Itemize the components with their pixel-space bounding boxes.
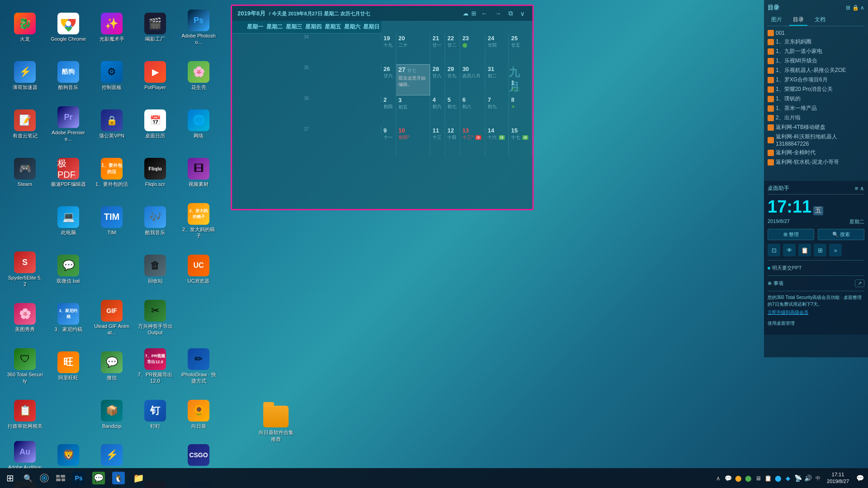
action-search-btn[interactable]: 🔍 搜索 (818, 229, 864, 240)
cal-cell-w36-mon[interactable]: 2初四 (381, 95, 396, 126)
cal-cell-w37-sun[interactable]: 15十七 休 (509, 126, 532, 156)
tray-monitor[interactable]: 🖥 (754, 468, 763, 488)
tray-wifi[interactable]: 📡 (793, 468, 802, 488)
icon-pr2[interactable]: 7、PR视频导出12.0 7、PR视频导出12.0 (134, 342, 176, 390)
file-item-fanli2[interactable]: 返利网-科沃斯扫地机器人13188847226 (768, 132, 864, 148)
promo-upgrade-link[interactable]: 立即升级到高级会员 (768, 309, 864, 316)
quick-grid-icon[interactable]: ⊞ (814, 244, 826, 256)
cal-cell-w36-fri[interactable]: 6初八 (460, 95, 485, 126)
cal-cell-w36-sat[interactable]: 7初九 (485, 95, 509, 126)
file-item-jd[interactable]: 1、京东妈妈圈 (768, 37, 864, 47)
cal-cell-w36-sun[interactable]: 8★ (509, 95, 532, 126)
icon-tim[interactable]: TIM TIM (90, 197, 133, 245)
icon-bandizip[interactable]: 📦 Bandizip (90, 391, 133, 438)
icon-net[interactable]: 🌐 网络 (177, 100, 220, 148)
taskbar-app-ps[interactable]: Ps (69, 468, 89, 488)
icon-vpn[interactable]: 🔒 蒲公英VPN (90, 100, 133, 148)
cal-cell-w36-tue[interactable]: 3初五 (396, 95, 430, 126)
icon-fliqlo[interactable]: Fliqlo Fliqlo.scr (134, 149, 176, 196)
cal-cell-w34-tue[interactable]: 20二十 (396, 33, 430, 64)
icon-ali[interactable]: 旺 阿里旺旺 (47, 342, 90, 390)
cal-cell-w36-thu[interactable]: 5初七 (445, 95, 460, 126)
cal-cell-w35-tue-today[interactable]: 27 廿七 双击这里开始编辑。 (396, 64, 430, 95)
file-item-fanli4[interactable]: 返利网-软水机-泥龙小哥哥 (768, 157, 864, 167)
cal-cloud-icon[interactable]: ☁ (463, 10, 469, 17)
tray-diamond[interactable]: ◆ (783, 468, 792, 488)
quick-screen-icon[interactable]: ⊡ (768, 244, 780, 256)
icon-spyder[interactable]: S Spyder5Elite 5.2 (4, 246, 46, 293)
icon-pdf[interactable]: 极PDF 极速PDF编辑器 (47, 149, 90, 196)
quick-arrow-icon[interactable]: » (829, 244, 842, 256)
file-item-chu[interactable]: 2、出片啦 (768, 113, 864, 123)
icon-kugou[interactable]: 酷狗 酷狗音乐 (47, 52, 90, 99)
file-item-001[interactable]: 001 (768, 29, 864, 37)
tray-volume[interactable]: 🔊 (803, 468, 812, 488)
tray-input[interactable]: 中 (813, 468, 822, 488)
file-item-honor[interactable]: 1、荣耀20 Pro消音公关 (768, 85, 864, 94)
cal-prev-btn[interactable]: ← (479, 9, 490, 18)
taskbar-search-button[interactable]: 🔍 (20, 468, 36, 488)
icon-magic[interactable]: ✨ 光影魔术手 (90, 4, 133, 51)
tray-circle2[interactable]: ⬤ (744, 468, 753, 488)
icon-xiangri[interactable]: 🌻 向日葵 (177, 391, 220, 438)
icon-wechat2[interactable]: 💬 微信 (90, 342, 133, 390)
file-item-jiujie[interactable]: 1、九阶一道小家电 (768, 47, 864, 56)
icon-jia[interactable]: 3、家尼约稿 3、家尼约稿 (47, 294, 90, 341)
quick-eye-icon[interactable]: 👁 (783, 244, 796, 256)
icon-xingzheng[interactable]: 📋 行政审批网相关 (4, 391, 46, 438)
taskbar-app-file[interactable]: 📁 (128, 468, 148, 488)
taskbar-start-button[interactable]: ⊞ (0, 468, 20, 488)
icon-pot[interactable]: ▶ PotPlayer (134, 52, 176, 99)
icon-360[interactable]: 🛡 360 Total Security (4, 342, 46, 390)
icon-wanxing[interactable]: ✂ 万兴神剪手导出Output (134, 294, 176, 341)
taskbar-app-wechat[interactable]: 💬 (89, 468, 109, 488)
icon-dingding[interactable]: 钉 钉钉 (134, 391, 176, 438)
cal-cell-w34-mon[interactable]: 19十九 (381, 33, 396, 64)
cal-cell-w34-wed[interactable]: 21廿一 (430, 33, 445, 64)
action-organize-btn[interactable]: ⊞ 整理 (768, 229, 814, 240)
icon-youdao[interactable]: 📝 有道云笔记 (4, 100, 46, 148)
cal-cell-w37-sat[interactable]: 14十六 休 (485, 126, 509, 156)
cal-cell-w35-wed[interactable]: 28廿八 (430, 64, 445, 95)
icon-iphotodraw[interactable]: ✏ iPhotoDraw · 快捷方式 (177, 342, 220, 390)
icon-control[interactable]: ⚙ 控制面板 (90, 52, 133, 99)
icon-cal[interactable]: 📅 桌面日历 (134, 100, 176, 148)
icon-pr[interactable]: Pr Adobe Premiere... (47, 100, 90, 148)
icon-yewai[interactable]: 1、要外包的活 1、要外包的活 (90, 149, 133, 196)
icon-flower[interactable]: 🌸 花生壳 (177, 52, 220, 99)
desktop-folder[interactable]: 向日葵软件合集推荐 (258, 406, 294, 443)
icon-meitu[interactable]: 🌸 美图秀秀 (4, 294, 46, 341)
tray-expand-btn[interactable]: ∧ (714, 468, 723, 488)
taskbar-app-blue[interactable]: 🐧 (109, 468, 128, 488)
cal-cell-w34-fri[interactable]: 23⬤ (460, 33, 485, 64)
file-item-fanli1[interactable]: 返利网-4TB移动硬盘 (768, 123, 864, 132)
add-todo-btn[interactable]: ⊕ 事项 (768, 279, 783, 288)
icon-wechat[interactable]: 💬 双微信.bat (47, 246, 90, 293)
cal-next-btn[interactable]: → (493, 9, 503, 18)
cal-cell-w35-sat[interactable]: 31初二 (485, 64, 509, 95)
cal-cell-w35-thu[interactable]: 29廿九 (445, 64, 460, 95)
icon-chrome[interactable]: Google Chrome (47, 4, 90, 51)
cal-cell-w34-sat[interactable]: 24廿四 (485, 33, 509, 64)
cal-cell-w34-thu[interactable]: 22廿二 (445, 33, 460, 64)
cal-cell-w35-mon[interactable]: 26廿六 (381, 64, 396, 95)
tray-blue-dot[interactable]: ⬤ (773, 468, 783, 488)
cal-grid-icon[interactable]: ⊞ (471, 10, 476, 17)
cal-cell-w35-fri[interactable]: 30农历八月 (460, 64, 485, 95)
icon-ying[interactable]: 🎬 喝影工厂 (134, 4, 176, 51)
icon-dad[interactable]: 2、发大妈的稿子 2、发大妈的稿子 (177, 197, 220, 245)
tray-wechat[interactable]: 💬 (724, 468, 733, 488)
file-item-pufu[interactable]: 1、璞钒的 (768, 94, 864, 104)
cal-cell-w36-wed[interactable]: 4初六 (430, 95, 445, 126)
icon-steam[interactable]: 🎮 Steam (4, 149, 46, 196)
file-item-luo[interactable]: 1、罗XG合作项目6月 (768, 75, 864, 85)
quick-note-icon[interactable]: 📋 (798, 244, 811, 256)
cal-collapse-btn[interactable]: ∨ (518, 9, 527, 18)
icon-uc[interactable]: UC UC浏览器 (177, 246, 220, 293)
icon-mypc[interactable]: 💻 此电脑 (47, 197, 90, 245)
icon-huo[interactable]: 🐉 火龙 (4, 4, 46, 51)
icon-ps[interactable]: Ps Adobe Photosho... (177, 4, 220, 51)
cal-expand-btn[interactable]: ⧉ (506, 9, 515, 18)
file-item-fanli3[interactable]: 返利网-全棉时代 (768, 148, 864, 157)
icon-ulead[interactable]: GIF Ulead GIF Animat... (90, 294, 133, 341)
